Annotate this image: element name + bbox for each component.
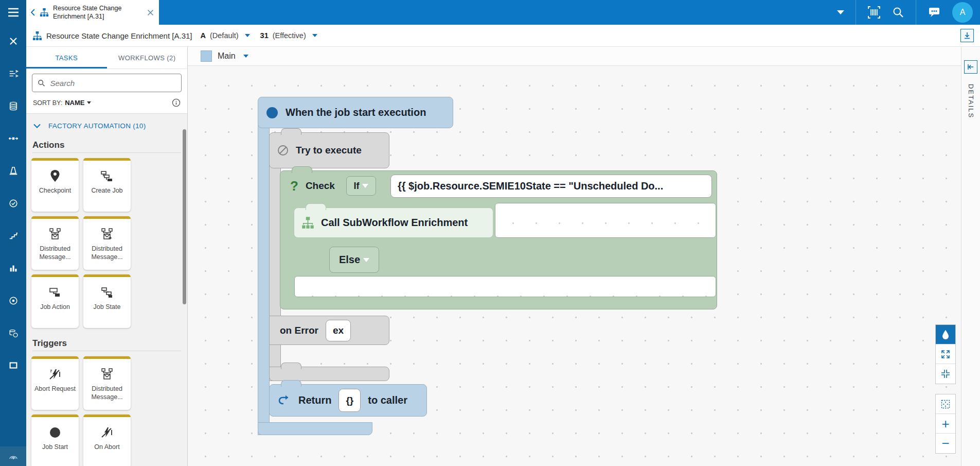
sort-value[interactable]: NAME [65,99,84,107]
sidebar-footer-button[interactable] [0,446,26,466]
expand-icon [941,350,950,359]
error-variable-field[interactable]: ex [326,320,351,341]
plus-icon: + [941,417,949,430]
check-body-empty-area[interactable] [495,203,716,238]
tile-distributed-message-trigger[interactable]: Distributed Message... [83,356,131,410]
event-circle-icon [266,107,278,118]
palette-search [26,69,187,96]
search-input[interactable] [50,79,176,88]
version-label: (Default) [210,31,239,40]
sidebar-item-quality[interactable] [0,187,26,219]
sidebar-item-window[interactable] [0,349,26,382]
sort-dropdown-caret[interactable] [87,101,91,104]
return-value-field[interactable]: {} [338,389,361,412]
sidebar-item-connect[interactable] [0,122,26,154]
tile-job-state[interactable]: Job State [83,274,131,328]
distributed-message-icon [100,228,114,240]
main-sidebar [0,0,26,466]
canvas-zoom-controls: + − [935,394,956,454]
sidebar-item-automation[interactable] [0,284,26,317]
on-error-label: on Error [280,325,318,336]
block-on-error-row[interactable]: on Error ex [269,316,389,345]
cone-icon [8,166,19,176]
steps-icon [8,231,19,241]
block-when-job-start-footer[interactable] [258,422,372,435]
tab-tasks[interactable]: TASKS [26,47,107,68]
block-call-subworkflow[interactable]: Call SubWorkflow Enrichment [294,208,493,238]
block-return[interactable]: Return {} to caller [269,384,427,417]
zoom-out-button[interactable]: − [936,434,955,453]
chevron-down-icon [33,124,41,128]
tile-checkpoint[interactable]: Checkpoint [31,158,79,212]
back-chevron-icon[interactable] [30,8,35,16]
sidebar-item-routing[interactable] [0,57,26,90]
open-document-tab[interactable]: Resource State Change Enrichment [A.31] [26,0,159,25]
tile-distributed-message-2[interactable]: Distributed Message... [83,216,131,270]
droplet-icon [941,330,950,340]
export-button[interactable] [960,29,974,42]
block-when-job-start[interactable]: When the job start execution [258,97,453,128]
palette-scrollbar[interactable] [183,129,186,304]
barcode-scan-icon[interactable] [867,6,881,19]
block-when-job-start-spine[interactable] [258,117,270,435]
block-try-footer[interactable] [269,367,389,381]
hamburger-menu-button[interactable] [0,0,26,25]
palette-sections: FACTORY AUTOMATION (10) Actions Checkpoi… [26,113,187,466]
view-switcher-dropdown[interactable] [837,10,844,14]
workflow-selector[interactable]: Main [218,51,236,61]
tile-abort-request[interactable]: Abort Request [31,356,79,410]
actions-tiles: Checkpoint Create Job Distributed Messag… [26,158,187,333]
sidebar-item-cone[interactable] [0,154,26,187]
avatar[interactable]: A [952,2,973,23]
sidebar-item-tools[interactable] [0,25,26,57]
chat-icon[interactable] [928,6,941,19]
zoom-in-button[interactable]: + [936,414,955,434]
else-body-empty-slot[interactable] [294,276,716,297]
page-title: Resource State Change Enrichment [A.31] [46,31,192,40]
return-suffix: to caller [368,394,407,406]
triggers-tiles: Abort Request Distributed Message... Job… [26,356,187,466]
workflow-editor-app: Resource State Change Enrichment [A.31] … [0,0,980,466]
workflow-selector-caret[interactable] [243,55,248,58]
theme-toggle-button[interactable] [936,325,955,344]
connect-icon [8,133,19,144]
routing-icon [8,68,19,79]
revision-dropdown[interactable] [312,34,317,37]
tile-distributed-message[interactable]: Distributed Message... [31,216,79,270]
sidebar-item-steps[interactable] [0,219,26,252]
data-store-icon [8,328,19,338]
collapse-all-button[interactable] [936,364,955,384]
tile-on-abort[interactable]: On Abort [83,415,131,466]
close-icon[interactable] [147,9,154,16]
block-try-spine[interactable] [269,153,281,381]
section-factory-automation[interactable]: FACTORY AUTOMATION (10) [26,114,187,135]
return-value: {} [346,395,353,406]
block-check-header: ? Check If {{ $job.Resource.SEMIE10State… [280,170,717,201]
workflow-canvas[interactable]: When the job start execution Try to exec… [188,66,961,466]
dropdown-caret-icon [362,184,368,188]
fit-to-view-button[interactable] [936,394,955,414]
sidebar-item-data-store[interactable] [0,317,26,349]
search-icon[interactable] [892,6,904,19]
palette-tabs: TASKS WORKFLOWS (2) [26,47,187,69]
abort-lightning-icon [48,368,62,381]
top-bar: Resource State Change Enrichment [A.31] … [26,0,980,25]
tile-job-start[interactable]: Job Start [31,415,79,466]
automation-icon [8,296,19,306]
sidebar-item-reports[interactable] [0,252,26,284]
details-expand-button[interactable] [964,60,977,74]
check-label: Check [306,180,335,192]
info-icon[interactable] [172,98,181,107]
sidebar-item-database[interactable] [0,90,26,122]
version-dropdown[interactable] [245,34,250,37]
tab-workflows[interactable]: WORKFLOWS (2) [107,47,188,68]
block-try-header[interactable]: Try to execute [269,132,389,168]
else-dropdown[interactable]: Else [329,247,379,273]
condition-input[interactable]: {{ $job.Resource.SEMIE10State == "Unsche… [390,175,712,198]
question-icon: ? [290,178,298,194]
tile-create-job[interactable]: Create Job [83,158,131,212]
expand-all-button[interactable] [936,344,955,364]
tile-job-action[interactable]: Job Action [31,274,79,328]
minus-icon: − [941,437,949,450]
if-operator-dropdown[interactable]: If [346,176,376,196]
